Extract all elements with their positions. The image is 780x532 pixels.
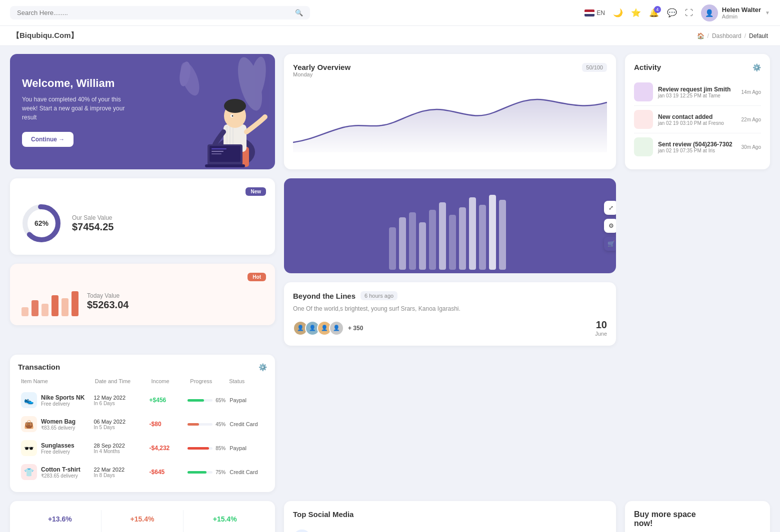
svg-rect-15 bbox=[212, 151, 224, 152]
stat-percent: +15.4% bbox=[213, 515, 237, 523]
beyond-header: Beyond the Lines 6 hours ago bbox=[293, 291, 607, 300]
item-date: 06 May 2022 bbox=[94, 419, 145, 425]
svg-rect-26 bbox=[52, 295, 58, 316]
svg-rect-23 bbox=[22, 307, 28, 316]
search-icon: 🔍 bbox=[295, 9, 303, 16]
plus-count: + 350 bbox=[348, 325, 363, 332]
home-icon[interactable]: 🏠 bbox=[697, 32, 704, 39]
table-headers: Item Name Date and Time Income Progress … bbox=[18, 378, 267, 384]
yearly-subtitle: Monday bbox=[293, 71, 350, 77]
yearly-header: Yearly Overview Monday 50/100 bbox=[293, 63, 607, 77]
progress-col: 85% bbox=[188, 446, 226, 451]
breadcrumb-bar: 【Biqubiqu.Com】 🏠 / Dashboard / Default bbox=[0, 26, 780, 46]
svg-rect-40 bbox=[499, 200, 506, 270]
transaction-rows: 👟 Nike Sports NK Free delivery 12 May 20… bbox=[18, 388, 267, 484]
notification-bell[interactable]: 🔔 4 bbox=[649, 8, 659, 17]
hot-sale-value-info: Today Value $5263.04 bbox=[87, 292, 128, 311]
activity-item-title: Review request jim Smith bbox=[658, 86, 736, 93]
item-sub: Free delivery bbox=[41, 401, 84, 407]
chart-settings-icon[interactable]: ⚙ bbox=[604, 219, 616, 233]
item-status: Credit Card bbox=[230, 469, 264, 475]
chart-expand-icon[interactable]: ⤢ bbox=[604, 201, 616, 215]
svg-rect-36 bbox=[459, 207, 466, 270]
item-date: 12 May 2022 bbox=[94, 395, 145, 401]
donut-chart: 62% bbox=[19, 201, 64, 246]
progress-fill bbox=[188, 447, 209, 450]
item-income: -$80 bbox=[150, 421, 184, 428]
beyond-time: 6 hours ago bbox=[360, 291, 398, 300]
chat-icon[interactable]: 💬 bbox=[667, 8, 677, 17]
right-column: ⤢ ⚙ 🛒 Beyond the Lines 6 hours ago One O… bbox=[284, 178, 616, 346]
search-input[interactable] bbox=[17, 9, 291, 16]
star-icon[interactable]: ⭐ bbox=[631, 8, 641, 17]
date-number: 10 bbox=[595, 319, 607, 331]
social-item: 𝐟 Facebook Social Media ▲ 3.7% $24,000 bbox=[293, 526, 607, 532]
progress-col: 75% bbox=[188, 470, 226, 475]
table-row: 👕 Cotton T-shirt ₹283.65 delivery 22 Mar… bbox=[18, 460, 267, 484]
progress-label: 45% bbox=[216, 422, 226, 427]
progress-col: 65% bbox=[188, 398, 226, 403]
social-list: 𝐟 Facebook Social Media ▲ 3.7% $24,000 ◉… bbox=[293, 526, 607, 532]
progress-fill bbox=[188, 471, 206, 474]
item-title: Women Bag bbox=[41, 418, 76, 425]
item-sub: ₹283.65 delivery bbox=[41, 473, 80, 479]
date-col: 06 May 2022 In 5 Days bbox=[94, 419, 145, 430]
date-badge: 10 June bbox=[595, 319, 607, 337]
chart-cart-icon[interactable]: 🛒 bbox=[604, 237, 616, 251]
svg-rect-37 bbox=[469, 197, 476, 270]
welcome-card: Welcome, William You have completed 40% … bbox=[10, 54, 275, 169]
activity-item-title: Sent review (504)236-7302 bbox=[658, 141, 736, 148]
continue-button[interactable]: Continue → bbox=[22, 132, 74, 147]
stats-card: +13.6% Total Investment $7454.25 +15.4% … bbox=[10, 501, 275, 532]
breadcrumb-current: Default bbox=[749, 32, 768, 39]
language-selector[interactable]: EN bbox=[584, 9, 605, 16]
row-1: Welcome, William You have completed 40% … bbox=[10, 54, 770, 169]
item-status: Credit Card bbox=[230, 421, 264, 427]
item-title: Cotton T-shirt bbox=[41, 466, 80, 473]
item-days: In 5 Days bbox=[94, 425, 145, 430]
svg-rect-30 bbox=[399, 217, 406, 270]
date-col: 22 Mar 2022 In 8 Days bbox=[94, 467, 145, 478]
mini-bar-chart bbox=[19, 286, 79, 316]
progress-label: 65% bbox=[216, 398, 226, 403]
stat-percent: +13.6% bbox=[48, 515, 72, 523]
item-icon: 👜 bbox=[21, 416, 37, 432]
dark-mode-toggle[interactable]: 🌙 bbox=[613, 8, 623, 17]
table-row: 👟 Nike Sports NK Free delivery 12 May 20… bbox=[18, 388, 267, 412]
svg-rect-25 bbox=[42, 304, 48, 316]
breadcrumb-dashboard[interactable]: Dashboard bbox=[712, 32, 742, 39]
nav-right: EN 🌙 ⭐ 🔔 4 💬 ⛶ 👤 Helen Walter Admin ▼ bbox=[584, 4, 770, 21]
search-bar: 🔍 bbox=[10, 6, 310, 19]
activity-settings-icon[interactable]: ⚙️ bbox=[752, 63, 761, 71]
sale-cards-column: New 62% Our Sale Value $7454.25 Hot bbox=[10, 178, 275, 346]
wave-chart bbox=[195, 527, 255, 532]
stat-item-1: +15.4% Total Gain $7454.25 bbox=[102, 510, 184, 532]
transaction-card: Transaction ⚙️ Item Name Date and Time I… bbox=[10, 355, 275, 492]
new-sale-card: New 62% Our Sale Value $7454.25 bbox=[10, 178, 275, 255]
sale-value-info: Our Sale Value $7454.25 bbox=[72, 214, 114, 233]
transaction-settings-icon[interactable]: ⚙️ bbox=[258, 363, 267, 371]
progress-fill bbox=[188, 423, 199, 426]
svg-rect-35 bbox=[449, 215, 456, 270]
item-title: Nike Sports NK bbox=[41, 394, 84, 401]
social-media-card: Top Social Media 𝐟 Facebook Social Media… bbox=[284, 501, 616, 532]
item-date: 22 Mar 2022 bbox=[94, 467, 145, 473]
activity-item-sub: jan 03 19 12:25 PM at Tame bbox=[658, 93, 736, 98]
yearly-overview-card: Yearly Overview Monday 50/100 bbox=[284, 54, 616, 169]
beyond-desc: One Of the world,s brightest, young surf… bbox=[293, 304, 607, 313]
welcome-subtitle: You have completed 40% of your this week… bbox=[22, 95, 132, 122]
item-days: In 8 Days bbox=[94, 473, 145, 478]
stat-percent: +15.4% bbox=[130, 515, 154, 523]
svg-rect-39 bbox=[489, 195, 496, 270]
user-profile[interactable]: 👤 Helen Walter Admin ▼ bbox=[701, 4, 770, 21]
item-status: Paypal bbox=[230, 445, 264, 451]
activity-item: Sent review (504)236-7302 jan 02 19 07:3… bbox=[634, 133, 761, 160]
avatar-group: 👤 👤 👤 👤 bbox=[293, 321, 344, 336]
item-days: In 4 Months bbox=[94, 449, 145, 454]
fullscreen-icon[interactable]: ⛶ bbox=[685, 8, 693, 17]
svg-rect-24 bbox=[32, 300, 38, 316]
svg-rect-16 bbox=[212, 153, 222, 154]
chevron-down-icon: ▼ bbox=[765, 10, 770, 15]
svg-rect-14 bbox=[212, 148, 226, 149]
progress-col: 45% bbox=[188, 422, 226, 427]
